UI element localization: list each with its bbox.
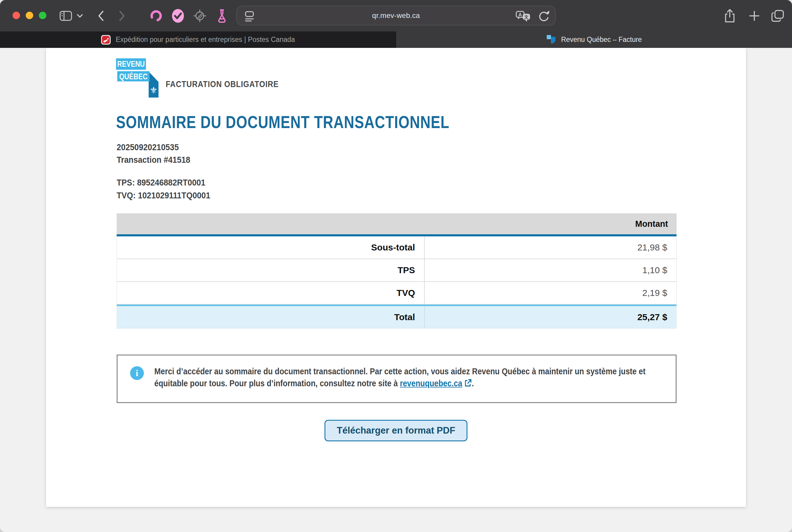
share-icon (724, 9, 736, 23)
total-label: Total (117, 306, 425, 328)
plus-icon (748, 10, 760, 22)
flask-icon (216, 9, 227, 23)
notice-line-2: équitable pour tous. Pour plus d’informa… (154, 377, 645, 390)
table-header-row: Montant (117, 213, 677, 236)
page-title: SOMMAIRE DU DOCUMENT TRANSACTIONNEL (116, 112, 449, 132)
transaction-number: Transaction #41518 (117, 155, 190, 165)
translate-icon[interactable]: A 文 (516, 10, 531, 23)
logo-tagline: FACTURATION OBLIGATOIRE (166, 79, 279, 89)
back-icon (97, 11, 104, 21)
new-tab-button[interactable] (746, 0, 763, 32)
svg-text:文: 文 (524, 14, 529, 20)
tab-title: Expédition pour particuliers et entrepri… (116, 36, 295, 44)
svg-text:A: A (518, 12, 522, 17)
extension-button-2[interactable] (171, 0, 185, 32)
row-label: TVQ (117, 282, 425, 304)
total-value: 25,27 $ (425, 306, 677, 328)
sidebar-icon (59, 11, 72, 21)
forward-button[interactable] (115, 0, 129, 32)
extension-button-1[interactable] (149, 0, 163, 32)
web-content-area: ⚜ REVENU QUÉBEC FACTURATION OBLIGATOIRE … (0, 48, 792, 532)
invoice-page: ⚜ REVENU QUÉBEC FACTURATION OBLIGATOIRE … (46, 48, 746, 507)
document-number: 20250920210535 (117, 142, 179, 152)
target-icon (193, 9, 207, 23)
revenuquebec-link[interactable]: revenuquebec.ca (400, 379, 462, 388)
share-button[interactable] (721, 0, 738, 32)
tab-title: Revenu Québec – Facture (561, 36, 642, 44)
back-button[interactable] (94, 0, 108, 32)
revenu-quebec-favicon (546, 34, 556, 45)
table-row: Sous-total 21,98 $ (117, 236, 677, 259)
external-link-icon (464, 378, 472, 390)
download-pdf-button[interactable]: Télécharger en format PDF (325, 420, 467, 441)
minimize-window-button[interactable] (26, 12, 33, 19)
tabs-overview-icon (771, 9, 785, 22)
amounts-table: Montant Sous-total 21,98 $ TPS 1,10 $ TV… (117, 213, 677, 328)
sidebar-chevron-button[interactable] (75, 0, 84, 32)
tps-number: TPS: 895246882RT0001 (117, 178, 206, 188)
row-value: 1,10 $ (425, 259, 677, 281)
row-value: 21,98 $ (425, 236, 677, 259)
logo-line1: REVENU (117, 59, 145, 69)
tab-bar: Expédition pour particuliers et entrepri… (0, 32, 792, 48)
table-row: TPS 1,10 $ (117, 259, 677, 282)
forward-icon (119, 11, 125, 21)
notice-line-2-text: équitable pour tous. Pour plus d’informa… (154, 379, 400, 388)
extension-button-4[interactable] (215, 0, 229, 32)
extension-button-3[interactable] (193, 0, 207, 32)
close-window-button[interactable] (13, 12, 20, 19)
table-total-row: Total 25,27 $ (117, 305, 677, 328)
fleur-de-lis-glyph: ⚜ (150, 85, 158, 95)
browser-window: qr.mev-web.ca A 文 (0, 0, 792, 532)
loading-circle-icon (150, 9, 163, 22)
canada-post-favicon (101, 35, 111, 45)
logo-line2: QUÉBEC (119, 72, 148, 81)
table-row: TVQ 2,19 $ (117, 282, 677, 305)
sidebar-toggle-button[interactable] (59, 0, 73, 32)
window-controls (13, 12, 46, 19)
tvq-number: TVQ: 1021029111TQ0001 (117, 191, 210, 201)
column-header-montant: Montant (635, 219, 677, 229)
chevron-down-icon (77, 14, 83, 18)
notice-period: . (472, 379, 474, 388)
row-label: TPS (117, 259, 425, 281)
row-value: 2,19 $ (425, 282, 677, 304)
tab-overview-button[interactable] (769, 0, 787, 32)
revenu-quebec-logo: ⚜ REVENU QUÉBEC (115, 57, 169, 102)
info-notice-box: i Merci d’accéder au sommaire du documen… (117, 355, 677, 403)
reload-icon[interactable] (537, 10, 550, 23)
check-circle-icon (171, 8, 185, 23)
notice-line-1: Merci d’accéder au sommaire du document … (154, 365, 645, 377)
browser-toolbar: qr.mev-web.ca A 文 (0, 0, 792, 32)
tab-revenu-quebec[interactable]: Revenu Québec – Facture (396, 32, 792, 48)
row-label: Sous-total (117, 236, 425, 259)
zoom-window-button[interactable] (39, 12, 46, 19)
tab-postes-canada[interactable]: Expédition pour particuliers et entrepri… (0, 32, 396, 48)
url-text[interactable]: qr.mev-web.ca (237, 12, 555, 20)
address-bar[interactable]: qr.mev-web.ca A 文 (236, 6, 556, 25)
info-icon: i (130, 366, 144, 380)
